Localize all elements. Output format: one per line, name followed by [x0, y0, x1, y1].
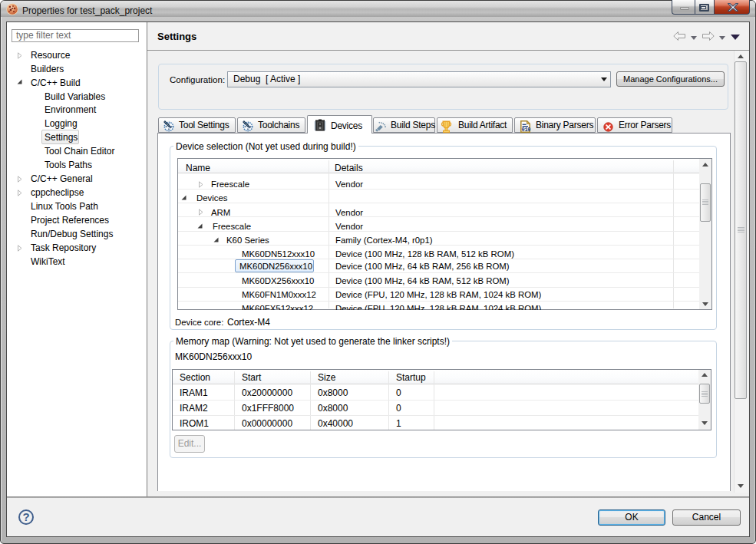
- svg-text:010: 010: [522, 127, 531, 133]
